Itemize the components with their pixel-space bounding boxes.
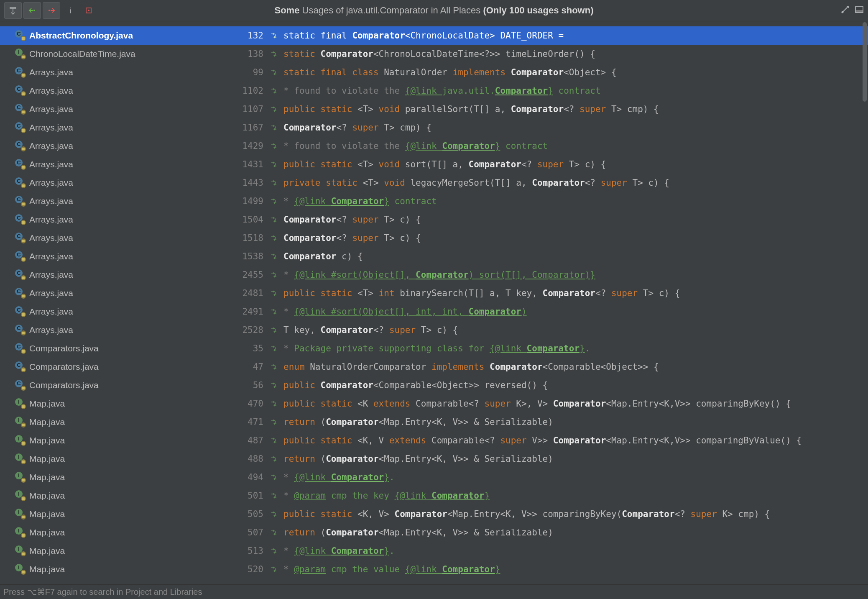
usage-file-name: Map.java	[29, 527, 226, 538]
usage-line-number: 47	[226, 362, 263, 372]
usage-row[interactable]: Arrays.java2491* {@link #sort(Object[], …	[0, 302, 868, 321]
usage-code-snippet: return (Comparator<Map.Entry<K, V>> & Se…	[283, 454, 553, 464]
usage-row[interactable]: Arrays.java2528T key, Comparator<? super…	[0, 321, 868, 339]
usage-row[interactable]: Arrays.java2481public static <T> int bin…	[0, 284, 868, 302]
interface-file-icon	[15, 472, 26, 483]
open-in-tool-window-icon[interactable]	[855, 5, 864, 16]
scrollbar-thumb[interactable]	[863, 22, 867, 102]
usage-row[interactable]: Arrays.java1499* {@link Comparator} cont…	[0, 192, 868, 210]
usage-file-name: Comparators.java	[29, 343, 226, 353]
usage-row[interactable]: Comparators.java56public Comparator<Comp…	[0, 376, 868, 394]
usage-row[interactable]: Arrays.java1518Comparator<? super T> c) …	[0, 229, 868, 247]
usage-file-name: Arrays.java	[29, 67, 226, 77]
usage-row[interactable]: Arrays.java2455* {@link #sort(Object[], …	[0, 266, 868, 284]
usage-code-snippet: * {@link Comparator}.	[283, 472, 395, 482]
usage-line-number: 1107	[226, 104, 263, 114]
usage-line-number: 1429	[226, 141, 263, 151]
usage-row[interactable]: Map.java471return (Comparator<Map.Entry<…	[0, 413, 868, 431]
usage-row[interactable]: Arrays.java99static final class NaturalO…	[0, 63, 868, 82]
usage-row[interactable]: Arrays.java1443private static <T> void l…	[0, 174, 868, 192]
usage-code-snippet: private static <T> void legacyMergeSort(…	[283, 178, 669, 188]
usage-file-name: Arrays.java	[29, 123, 226, 133]
usage-row[interactable]: Comparators.java35* Package private supp…	[0, 339, 868, 358]
usage-code-snippet: return (Comparator<Map.Entry<K, V>> & Se…	[283, 527, 553, 538]
usage-line-number: 494	[226, 472, 263, 482]
usage-results-list[interactable]: AbstractChronology.java132static final C…	[0, 21, 868, 584]
usage-file-name: Arrays.java	[29, 288, 226, 298]
interface-file-icon	[15, 398, 26, 409]
usage-line-number: 2491	[226, 307, 263, 317]
usage-line-number: 2481	[226, 288, 263, 298]
usage-file-name: Map.java	[29, 454, 226, 464]
class-file-icon	[15, 306, 26, 317]
usage-file-name: Arrays.java	[29, 307, 226, 317]
usage-file-name: Map.java	[29, 491, 226, 501]
title-mid: Usages of java.util.Comparator in All Pl…	[299, 5, 483, 15]
info-button[interactable]	[62, 3, 79, 18]
usage-row[interactable]: Map.java487public static <K, V extends C…	[0, 431, 868, 450]
hint-bar: Press ⌥⌘F7 again to search in Project an…	[0, 584, 868, 599]
usage-line-number: 99	[226, 67, 263, 77]
svg-point-4	[842, 11, 844, 13]
usage-file-name: Map.java	[29, 399, 226, 409]
navigate-icon	[270, 68, 280, 77]
usage-line-number: 2455	[226, 270, 263, 280]
navigate-icon	[270, 50, 280, 58]
usage-line-number: 132	[226, 31, 263, 41]
usage-code-snippet: Comparator c) {	[283, 251, 363, 261]
usage-row[interactable]: Map.java505public static <K, V> Comparat…	[0, 505, 868, 523]
navigate-icon	[270, 436, 280, 445]
usage-line-number: 507	[226, 527, 263, 538]
usage-code-snippet: public static <K extends Comparable<? su…	[283, 399, 791, 409]
usage-row[interactable]: Arrays.java1429* found to violate the {@…	[0, 137, 868, 155]
interface-file-icon	[15, 545, 26, 556]
prev-occurrence-button[interactable]	[23, 2, 41, 19]
navigate-icon	[270, 307, 280, 316]
usage-row[interactable]: Arrays.java1102* found to violate the {@…	[0, 82, 868, 100]
settings-icon[interactable]	[840, 5, 850, 16]
usage-row[interactable]: Arrays.java1538Comparator c) {	[0, 247, 868, 266]
class-file-icon	[15, 214, 26, 225]
class-file-icon	[15, 380, 26, 391]
usage-code-snippet: public static <K, V extends Comparable<?…	[283, 435, 802, 445]
next-occurrence-button[interactable]	[43, 2, 60, 19]
interface-file-icon	[15, 49, 26, 59]
usage-code-snippet: static final Comparator<ChronoLocalDate>…	[283, 31, 564, 41]
title-prefix: Some	[275, 5, 300, 15]
usage-row[interactable]: Arrays.java1504Comparator<? super T> c) …	[0, 210, 868, 229]
usage-row[interactable]: Map.java470public static <K extends Comp…	[0, 394, 868, 413]
usage-row[interactable]: ChronoLocalDateTime.java138static Compar…	[0, 45, 868, 63]
usage-row[interactable]: Map.java501* @param cmp the key {@link C…	[0, 486, 868, 505]
usage-line-number: 1538	[226, 251, 263, 261]
usage-row[interactable]: Map.java520* @param cmp the value {@link…	[0, 560, 868, 579]
usage-file-name: Arrays.java	[29, 251, 226, 261]
class-file-icon	[15, 269, 26, 280]
usage-file-name: Arrays.java	[29, 325, 226, 335]
usage-row[interactable]: Map.java513* {@link Comparator}.	[0, 542, 868, 560]
usage-row[interactable]: Arrays.java1431public static <T> void so…	[0, 155, 868, 174]
usage-row[interactable]: Arrays.java1167Comparator<? super T> cmp…	[0, 118, 868, 137]
usage-line-number: 2528	[226, 325, 263, 335]
usage-line-number: 35	[226, 343, 263, 353]
pin-button[interactable]	[4, 2, 22, 19]
navigate-icon	[270, 565, 280, 573]
usage-row[interactable]: Map.java507return (Comparator<Map.Entry<…	[0, 523, 868, 542]
usage-file-name: Arrays.java	[29, 270, 226, 280]
navigate-icon	[270, 215, 280, 224]
target-button[interactable]	[80, 3, 97, 18]
usage-code-snippet: return (Comparator<Map.Entry<K, V>> & Se…	[283, 417, 553, 427]
usage-row[interactable]: AbstractChronology.java132static final C…	[0, 26, 868, 45]
header-title: Some Usages of java.util.Comparator in A…	[0, 5, 868, 16]
usage-line-number: 1518	[226, 233, 263, 243]
navigate-icon	[270, 363, 280, 371]
usage-file-name: Map.java	[29, 509, 226, 519]
usage-row[interactable]: Comparators.java47enum NaturalOrderCompa…	[0, 358, 868, 376]
navigate-icon	[270, 381, 280, 389]
svg-point-0	[33, 10, 35, 11]
interface-file-icon	[15, 417, 26, 427]
usage-row[interactable]: Arrays.java1107public static <T> void pa…	[0, 100, 868, 118]
navigate-icon	[270, 289, 280, 297]
class-file-icon	[15, 141, 26, 151]
usage-row[interactable]: Map.java494* {@link Comparator}.	[0, 468, 868, 486]
usage-row[interactable]: Map.java488return (Comparator<Map.Entry<…	[0, 450, 868, 468]
